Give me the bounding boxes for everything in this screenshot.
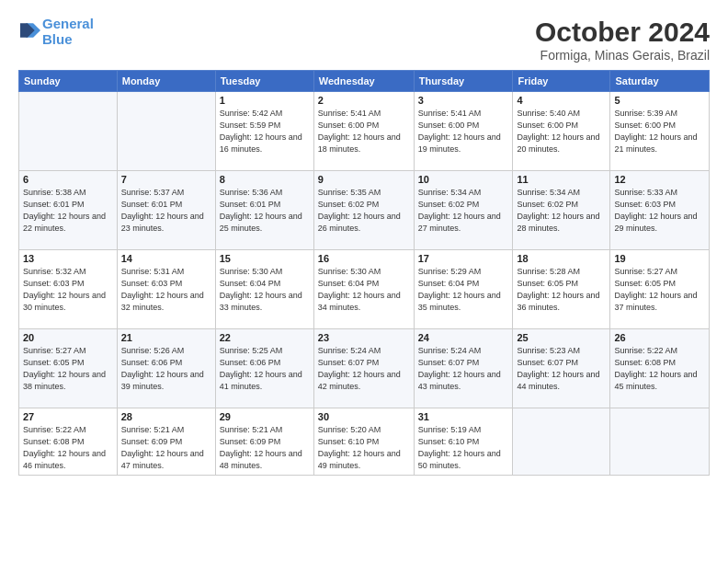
table-row: 10Sunrise: 5:34 AM Sunset: 6:02 PM Dayli…	[414, 171, 513, 250]
month-title: October 2024	[535, 17, 710, 48]
table-row: 13Sunrise: 5:32 AM Sunset: 6:03 PM Dayli…	[19, 250, 118, 329]
day-info: Sunrise: 5:19 AM Sunset: 6:10 PM Dayligh…	[418, 424, 509, 472]
day-info: Sunrise: 5:28 AM Sunset: 6:05 PM Dayligh…	[517, 266, 606, 314]
day-number: 9	[318, 174, 410, 185]
header-sunday: Sunday	[19, 71, 118, 92]
day-number: 28	[121, 411, 211, 422]
day-info: Sunrise: 5:41 AM Sunset: 6:00 PM Dayligh…	[418, 108, 509, 155]
table-row	[513, 408, 610, 476]
day-info: Sunrise: 5:24 AM Sunset: 6:07 PM Dayligh…	[318, 345, 410, 393]
header-friday: Friday	[513, 71, 610, 92]
table-row: 9Sunrise: 5:35 AM Sunset: 6:02 PM Daylig…	[313, 171, 414, 250]
table-row: 5Sunrise: 5:39 AM Sunset: 6:00 PM Daylig…	[610, 92, 710, 171]
day-info: Sunrise: 5:23 AM Sunset: 6:07 PM Dayligh…	[517, 345, 606, 393]
day-number: 4	[517, 95, 606, 106]
day-number: 29	[220, 411, 310, 422]
table-row: 11Sunrise: 5:34 AM Sunset: 6:02 PM Dayli…	[513, 171, 610, 250]
day-number: 1	[220, 95, 310, 106]
day-info: Sunrise: 5:36 AM Sunset: 6:01 PM Dayligh…	[220, 187, 310, 235]
table-row: 12Sunrise: 5:33 AM Sunset: 6:03 PM Dayli…	[610, 171, 710, 250]
day-info: Sunrise: 5:34 AM Sunset: 6:02 PM Dayligh…	[418, 187, 509, 235]
day-number: 13	[23, 253, 113, 264]
calendar-header-row: Sunday Monday Tuesday Wednesday Thursday…	[19, 71, 710, 92]
table-row: 18Sunrise: 5:28 AM Sunset: 6:05 PM Dayli…	[513, 250, 610, 329]
logo-icon	[20, 20, 40, 40]
day-info: Sunrise: 5:41 AM Sunset: 6:00 PM Dayligh…	[318, 108, 410, 155]
day-info: Sunrise: 5:29 AM Sunset: 6:04 PM Dayligh…	[418, 266, 509, 314]
table-row: 29Sunrise: 5:21 AM Sunset: 6:09 PM Dayli…	[215, 408, 313, 476]
day-number: 7	[121, 174, 211, 185]
calendar-table: Sunday Monday Tuesday Wednesday Thursday…	[18, 70, 710, 476]
day-number: 20	[23, 332, 113, 343]
day-number: 12	[614, 174, 705, 185]
table-row: 21Sunrise: 5:26 AM Sunset: 6:06 PM Dayli…	[117, 329, 215, 408]
day-number: 10	[418, 174, 509, 185]
header-thursday: Thursday	[414, 71, 513, 92]
day-number: 26	[614, 332, 705, 343]
day-info: Sunrise: 5:32 AM Sunset: 6:03 PM Dayligh…	[23, 266, 113, 314]
day-info: Sunrise: 5:30 AM Sunset: 6:04 PM Dayligh…	[318, 266, 410, 314]
day-info: Sunrise: 5:34 AM Sunset: 6:02 PM Dayligh…	[517, 187, 606, 235]
day-info: Sunrise: 5:39 AM Sunset: 6:00 PM Dayligh…	[614, 108, 705, 155]
day-number: 3	[418, 95, 509, 106]
day-info: Sunrise: 5:26 AM Sunset: 6:06 PM Dayligh…	[121, 345, 211, 393]
table-row: 16Sunrise: 5:30 AM Sunset: 6:04 PM Dayli…	[313, 250, 414, 329]
day-number: 11	[517, 174, 606, 185]
table-row: 28Sunrise: 5:21 AM Sunset: 6:09 PM Dayli…	[117, 408, 215, 476]
table-row: 4Sunrise: 5:40 AM Sunset: 6:00 PM Daylig…	[513, 92, 610, 171]
day-info: Sunrise: 5:30 AM Sunset: 6:04 PM Dayligh…	[220, 266, 310, 314]
table-row: 26Sunrise: 5:22 AM Sunset: 6:08 PM Dayli…	[610, 329, 710, 408]
table-row: 24Sunrise: 5:24 AM Sunset: 6:07 PM Dayli…	[414, 329, 513, 408]
table-row	[610, 408, 710, 476]
table-row: 17Sunrise: 5:29 AM Sunset: 6:04 PM Dayli…	[414, 250, 513, 329]
location-subtitle: Formiga, Minas Gerais, Brazil	[535, 48, 710, 63]
day-number: 19	[614, 253, 705, 264]
table-row: 8Sunrise: 5:36 AM Sunset: 6:01 PM Daylig…	[215, 171, 313, 250]
day-number: 27	[23, 411, 113, 422]
table-row: 19Sunrise: 5:27 AM Sunset: 6:05 PM Dayli…	[610, 250, 710, 329]
day-info: Sunrise: 5:24 AM Sunset: 6:07 PM Dayligh…	[418, 345, 509, 393]
day-info: Sunrise: 5:42 AM Sunset: 5:59 PM Dayligh…	[220, 108, 310, 155]
table-row	[19, 92, 118, 171]
table-row: 31Sunrise: 5:19 AM Sunset: 6:10 PM Dayli…	[414, 408, 513, 476]
title-block: October 2024 Formiga, Minas Gerais, Braz…	[535, 17, 710, 63]
day-number: 31	[418, 411, 509, 422]
day-number: 14	[121, 253, 211, 264]
day-number: 18	[517, 253, 606, 264]
day-number: 2	[318, 95, 410, 106]
day-info: Sunrise: 5:40 AM Sunset: 6:00 PM Dayligh…	[517, 108, 606, 155]
day-number: 8	[220, 174, 310, 185]
header: General Blue October 2024 Formiga, Minas…	[18, 17, 710, 63]
header-wednesday: Wednesday	[313, 71, 414, 92]
day-info: Sunrise: 5:25 AM Sunset: 6:06 PM Dayligh…	[220, 345, 310, 393]
header-saturday: Saturday	[610, 71, 710, 92]
table-row: 1Sunrise: 5:42 AM Sunset: 5:59 PM Daylig…	[215, 92, 313, 171]
day-number: 6	[23, 174, 113, 185]
day-info: Sunrise: 5:22 AM Sunset: 6:08 PM Dayligh…	[23, 424, 113, 472]
table-row: 7Sunrise: 5:37 AM Sunset: 6:01 PM Daylig…	[117, 171, 215, 250]
logo: General Blue	[18, 17, 94, 47]
day-info: Sunrise: 5:31 AM Sunset: 6:03 PM Dayligh…	[121, 266, 211, 314]
day-info: Sunrise: 5:38 AM Sunset: 6:01 PM Dayligh…	[23, 187, 113, 235]
table-row: 6Sunrise: 5:38 AM Sunset: 6:01 PM Daylig…	[19, 171, 118, 250]
day-number: 22	[220, 332, 310, 343]
day-info: Sunrise: 5:27 AM Sunset: 6:05 PM Dayligh…	[23, 345, 113, 393]
day-number: 21	[121, 332, 211, 343]
day-info: Sunrise: 5:33 AM Sunset: 6:03 PM Dayligh…	[614, 187, 705, 235]
day-info: Sunrise: 5:22 AM Sunset: 6:08 PM Dayligh…	[614, 345, 705, 393]
table-row	[117, 92, 215, 171]
logo-text-line1: General	[42, 17, 94, 32]
day-info: Sunrise: 5:27 AM Sunset: 6:05 PM Dayligh…	[614, 266, 705, 314]
header-tuesday: Tuesday	[215, 71, 313, 92]
page: General Blue October 2024 Formiga, Minas…	[0, 0, 728, 563]
day-info: Sunrise: 5:35 AM Sunset: 6:02 PM Dayligh…	[318, 187, 410, 235]
day-number: 30	[318, 411, 410, 422]
table-row: 14Sunrise: 5:31 AM Sunset: 6:03 PM Dayli…	[117, 250, 215, 329]
day-number: 24	[418, 332, 509, 343]
logo-text-line2: Blue	[42, 32, 94, 48]
table-row: 2Sunrise: 5:41 AM Sunset: 6:00 PM Daylig…	[313, 92, 414, 171]
day-info: Sunrise: 5:21 AM Sunset: 6:09 PM Dayligh…	[121, 424, 211, 472]
day-number: 23	[318, 332, 410, 343]
day-info: Sunrise: 5:37 AM Sunset: 6:01 PM Dayligh…	[121, 187, 211, 235]
table-row: 27Sunrise: 5:22 AM Sunset: 6:08 PM Dayli…	[19, 408, 118, 476]
